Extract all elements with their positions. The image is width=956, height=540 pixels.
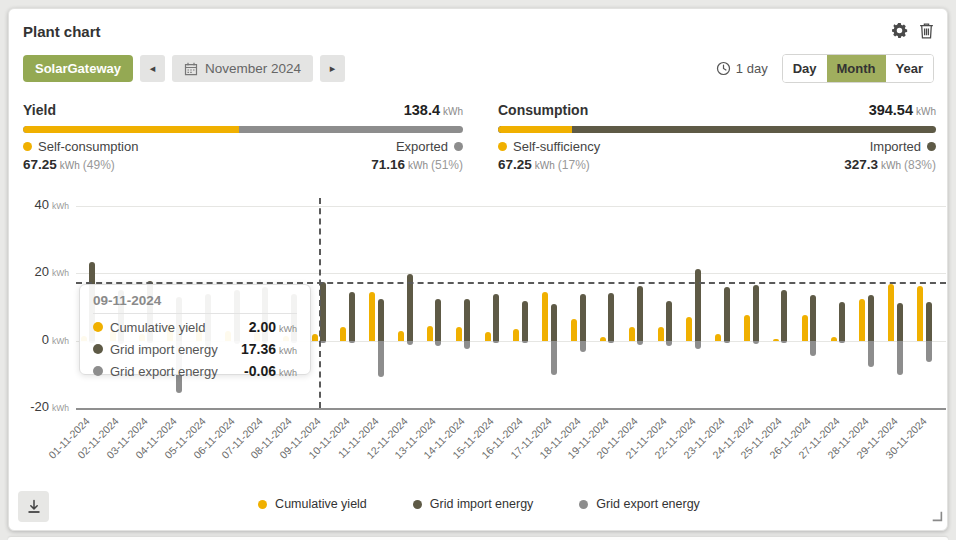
bar-import-03-11-2024[interactable] [147, 281, 153, 340]
bar-export-09-11-2024[interactable] [320, 341, 326, 343]
next-period-button[interactable]: ▸ [320, 55, 345, 82]
bar-import-24-11-2024[interactable] [753, 285, 759, 341]
bar-yield-11-11-2024[interactable] [369, 292, 375, 341]
bar-export-19-11-2024[interactable] [608, 341, 614, 343]
bar-import-22-11-2024[interactable] [695, 269, 701, 341]
bar-yield-02-11-2024[interactable] [110, 331, 116, 341]
bar-yield-04-11-2024[interactable] [167, 324, 173, 341]
bar-export-05-11-2024[interactable] [205, 341, 211, 348]
bar-import-17-11-2024[interactable] [551, 304, 557, 341]
bar-yield-13-11-2024[interactable] [427, 326, 433, 341]
view-day-button[interactable]: Day [783, 55, 827, 82]
bar-yield-29-11-2024[interactable] [888, 284, 894, 341]
bar-yield-18-11-2024[interactable] [571, 319, 577, 341]
bar-export-14-11-2024[interactable] [464, 341, 470, 349]
bar-yield-24-11-2024[interactable] [744, 315, 750, 340]
bar-import-04-11-2024[interactable] [176, 297, 182, 341]
bar-export-13-11-2024[interactable] [435, 341, 441, 346]
bar-import-27-11-2024[interactable] [839, 302, 845, 341]
bar-yield-03-11-2024[interactable] [139, 334, 145, 341]
bar-yield-17-11-2024[interactable] [542, 292, 548, 341]
bar-yield-07-11-2024[interactable] [254, 332, 260, 340]
delete-trash-icon[interactable] [919, 22, 934, 39]
bar-yield-05-11-2024[interactable] [196, 327, 202, 341]
bar-export-24-11-2024[interactable] [753, 341, 759, 344]
bar-import-08-11-2024[interactable] [291, 294, 297, 341]
bar-yield-15-11-2024[interactable] [485, 332, 491, 340]
period-select-button[interactable]: November 2024 [172, 55, 313, 82]
gateway-badge[interactable]: SolarGateway [23, 55, 133, 82]
bar-export-04-11-2024[interactable] [176, 341, 182, 394]
bar-export-01-11-2024[interactable] [89, 341, 95, 343]
bar-import-26-11-2024[interactable] [810, 295, 816, 341]
bar-yield-22-11-2024[interactable] [686, 317, 692, 341]
bar-import-29-11-2024[interactable] [897, 303, 903, 341]
bar-import-23-11-2024[interactable] [724, 287, 730, 341]
bar-yield-25-11-2024[interactable] [773, 339, 779, 341]
view-month-button[interactable]: Month [827, 55, 886, 82]
bar-import-13-11-2024[interactable] [435, 299, 441, 341]
bar-yield-28-11-2024[interactable] [859, 299, 865, 341]
bar-import-25-11-2024[interactable] [781, 290, 787, 341]
bar-import-10-11-2024[interactable] [349, 292, 355, 341]
bar-export-15-11-2024[interactable] [493, 341, 499, 343]
bar-export-20-11-2024[interactable] [637, 341, 643, 345]
bar-export-02-11-2024[interactable] [118, 341, 124, 344]
bar-import-15-11-2024[interactable] [493, 294, 499, 341]
bar-export-27-11-2024[interactable] [839, 341, 845, 343]
bar-export-10-11-2024[interactable] [349, 341, 355, 343]
bar-import-05-11-2024[interactable] [205, 294, 211, 341]
bar-export-18-11-2024[interactable] [580, 341, 586, 353]
bar-import-07-11-2024[interactable] [262, 287, 268, 341]
legend-item-yield[interactable]: Cumulative yield [258, 497, 367, 511]
bar-export-28-11-2024[interactable] [868, 341, 874, 368]
bar-import-30-11-2024[interactable] [926, 302, 932, 341]
bar-import-06-11-2024[interactable] [234, 290, 240, 341]
bar-export-21-11-2024[interactable] [666, 341, 672, 346]
bar-yield-08-11-2024[interactable] [283, 336, 289, 341]
bar-export-03-11-2024[interactable] [147, 341, 153, 343]
bar-import-11-11-2024[interactable] [378, 299, 384, 340]
bar-export-16-11-2024[interactable] [522, 341, 528, 343]
bar-yield-09-11-2024[interactable] [312, 334, 318, 341]
bar-yield-01-11-2024[interactable] [81, 336, 87, 341]
bar-yield-19-11-2024[interactable] [600, 337, 606, 340]
bar-import-16-11-2024[interactable] [522, 301, 528, 341]
bar-export-29-11-2024[interactable] [897, 341, 903, 376]
bar-yield-12-11-2024[interactable] [398, 331, 404, 341]
bar-import-09-11-2024[interactable] [320, 282, 326, 340]
bar-import-02-11-2024[interactable] [118, 290, 124, 341]
bar-export-06-11-2024[interactable] [234, 341, 240, 344]
bar-yield-10-11-2024[interactable] [340, 327, 346, 341]
bar-import-21-11-2024[interactable] [666, 301, 672, 341]
legend-item-import[interactable]: Grid import energy [413, 497, 534, 511]
resize-handle-icon[interactable] [930, 508, 943, 526]
bar-yield-14-11-2024[interactable] [456, 327, 462, 341]
bar-import-18-11-2024[interactable] [580, 294, 586, 341]
bar-yield-26-11-2024[interactable] [802, 315, 808, 340]
view-year-button[interactable]: Year [886, 55, 933, 82]
bar-export-17-11-2024[interactable] [551, 341, 557, 376]
bar-import-12-11-2024[interactable] [407, 274, 413, 340]
legend-item-export[interactable]: Grid export energy [579, 497, 700, 511]
bar-yield-27-11-2024[interactable] [831, 337, 837, 340]
bar-export-11-11-2024[interactable] [378, 341, 384, 377]
bar-export-23-11-2024[interactable] [724, 341, 730, 343]
settings-gear-icon[interactable] [891, 22, 908, 39]
bar-export-07-11-2024[interactable] [262, 341, 268, 343]
bar-yield-16-11-2024[interactable] [513, 329, 519, 341]
bar-export-26-11-2024[interactable] [810, 341, 816, 356]
bar-yield-06-11-2024[interactable] [225, 331, 231, 341]
bar-export-12-11-2024[interactable] [407, 341, 413, 345]
bar-yield-30-11-2024[interactable] [917, 286, 923, 341]
bar-export-08-11-2024[interactable] [291, 341, 297, 343]
bar-yield-20-11-2024[interactable] [629, 327, 635, 341]
bar-import-19-11-2024[interactable] [608, 293, 614, 341]
bar-yield-23-11-2024[interactable] [715, 334, 721, 341]
bar-export-25-11-2024[interactable] [781, 341, 787, 344]
bar-import-28-11-2024[interactable] [868, 295, 874, 341]
bar-yield-21-11-2024[interactable] [658, 327, 664, 341]
bar-export-22-11-2024[interactable] [695, 341, 701, 349]
bar-import-20-11-2024[interactable] [637, 286, 643, 341]
bar-import-14-11-2024[interactable] [464, 299, 470, 341]
